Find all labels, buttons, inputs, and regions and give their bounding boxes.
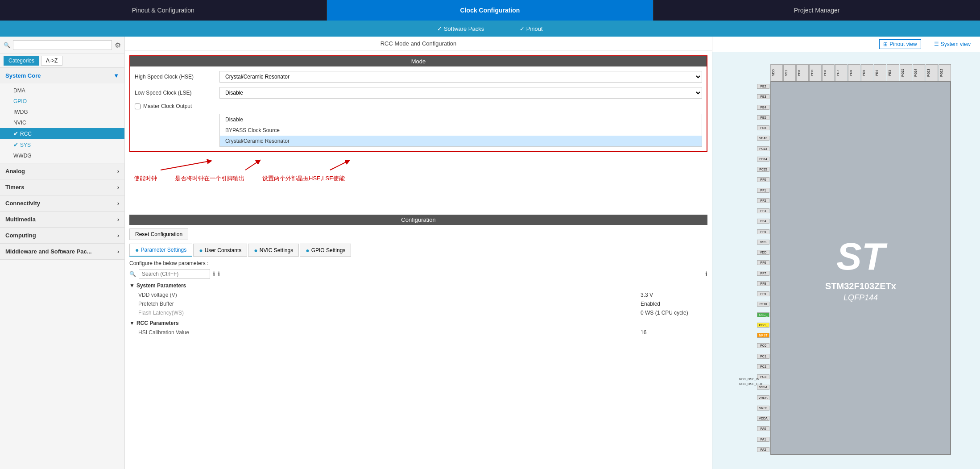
chevron-icon: ▼ [129, 282, 135, 289]
subnav-software-packs[interactable]: ✓ Software Packs [437, 25, 484, 32]
pin-pa2[interactable]: PA2 [757, 447, 769, 452]
pin-pf6[interactable]: PF6 [757, 260, 769, 265]
pin-rcc-osc-out[interactable]: OSC_ [757, 323, 769, 328]
section-header-timers[interactable]: Timers › [0, 179, 124, 195]
section-header-computing[interactable]: Computing › [0, 228, 124, 243]
dropdown-item-crystal[interactable]: Crystal/Ceramic Resonator [220, 136, 702, 146]
section-computing: Computing › [0, 228, 124, 244]
section-header-system-core[interactable]: System Core ▼ [0, 68, 124, 83]
section-header-analog[interactable]: Analog › [0, 163, 124, 179]
tab-az[interactable]: A->Z [41, 56, 62, 66]
section-header-multimedia[interactable]: Multimedia › [0, 212, 124, 227]
sidebar-item-nvic[interactable]: NVIC [0, 117, 124, 128]
pin-top-9[interactable]: PB4 [874, 64, 886, 81]
pin-pf1[interactable]: PF1 [757, 188, 769, 193]
pin-pf10[interactable]: PF10 [757, 302, 769, 307]
pin-top-3[interactable]: PE8 [796, 64, 809, 81]
master-clock-label: Master Clock Output [143, 103, 223, 109]
pin-rcc-osc-in[interactable]: OSC_ [757, 312, 769, 317]
section-middleware: Middleware and Software Pac... › [0, 244, 124, 260]
dropdown-item-bypass[interactable]: BYPASS Clock Source [220, 125, 702, 136]
chevron-right-icon-5: › [117, 232, 119, 239]
pin-pc1[interactable]: PC1 [757, 354, 769, 359]
tab-parameter-settings[interactable]: ● Parameter Settings [129, 244, 192, 257]
annotation-enable-clock: 使能时钟 [134, 174, 157, 183]
tab-nvic-settings[interactable]: ● NVIC Settings [248, 244, 299, 257]
pin-vbat[interactable]: VBAT [757, 136, 769, 141]
sidebar-item-iwdg[interactable]: IWDG [0, 107, 124, 117]
nav-pinout-config[interactable]: Pinout & Configuration [0, 0, 327, 21]
subnav-pinout[interactable]: ✓ Pinout [520, 25, 542, 32]
section-header-connectivity[interactable]: Connectivity › [0, 195, 124, 211]
pin-pc13[interactable]: PC13 [757, 146, 769, 151]
sidebar-item-wwdg[interactable]: WWDG [0, 150, 124, 161]
pin-top-14[interactable]: PG12 [939, 64, 951, 81]
pin-pc2[interactable]: PC2 [757, 364, 769, 369]
info-icon-2[interactable]: ℹ [218, 270, 220, 278]
pin-top-8[interactable]: PB5 [861, 64, 873, 81]
pin-top-10[interactable]: PB3 [887, 64, 899, 81]
pin-pe6[interactable]: PE6 [757, 125, 769, 130]
pin-pf2[interactable]: PF2 [757, 198, 769, 203]
pin-top-7[interactable]: PB6 [848, 64, 860, 81]
pin-vss[interactable]: VSS [757, 240, 769, 245]
pin-vref-minus[interactable]: VREF- [757, 395, 769, 400]
pin-pa1[interactable]: PA1 [757, 437, 769, 442]
pin-top-2[interactable]: VS1 [783, 64, 796, 81]
tab-user-constants[interactable]: ● User Constants [193, 244, 247, 257]
pin-top-1[interactable]: VDD [770, 64, 783, 81]
pin-pf8[interactable]: PF8 [757, 281, 769, 286]
pin-vdda[interactable]: VDDA [757, 416, 769, 421]
pin-pf9[interactable]: PF9 [757, 291, 769, 296]
tab-categories[interactable]: Categories [4, 56, 39, 66]
pin-pc14[interactable]: PC14 [757, 157, 769, 162]
gear-icon[interactable]: ⚙ [115, 41, 121, 50]
system-view-btn[interactable]: ☰ System view [930, 39, 975, 49]
tab-gpio-settings[interactable]: ● GPIO Settings [300, 244, 351, 257]
dropdown-item-disable[interactable]: Disable [220, 114, 702, 125]
pin-vref[interactable]: VREF [757, 406, 769, 411]
pin-pc15[interactable]: PC15 [757, 167, 769, 172]
pin-pf3[interactable]: PF3 [757, 208, 769, 213]
sidebar-item-sys[interactable]: ✔ SYS [0, 139, 124, 150]
param-prefetch: Prefetch Buffer Enabled [129, 299, 707, 308]
hse-row: High Speed Clock (HSE) Crystal/Ceramic R… [135, 71, 702, 83]
sidebar-search-bar: 🔍 ⚙ [0, 37, 124, 54]
pin-top-12[interactable]: PG14 [913, 64, 925, 81]
master-clock-checkbox[interactable] [135, 104, 141, 109]
search-input[interactable] [13, 40, 112, 50]
reset-config-button[interactable]: Reset Configuration [129, 228, 188, 240]
lse-select[interactable]: Disable [219, 87, 702, 99]
section-header-middleware[interactable]: Middleware and Software Pac... › [0, 244, 124, 259]
pin-top-5[interactable]: PB8 [822, 64, 835, 81]
sidebar-item-gpio[interactable]: GPIO [0, 96, 124, 107]
nav-clock-config[interactable]: Clock Configuration [327, 0, 654, 21]
param-search-input[interactable] [139, 269, 210, 279]
section-system-core: System Core ▼ DMA GPIO IWDG NVIC ✔ RC [0, 68, 124, 163]
pin-top-11[interactable]: PG15 [900, 64, 912, 81]
pin-nrst[interactable]: NRST [757, 333, 769, 338]
info-icon-3[interactable]: ℹ [705, 270, 707, 278]
pin-pe2[interactable]: PE2 [757, 84, 769, 89]
pin-pf4[interactable]: PF4 [757, 219, 769, 224]
pin-pf5[interactable]: PF5 [757, 229, 769, 234]
pin-top-6[interactable]: PB7 [835, 64, 848, 81]
nav-project-manager[interactable]: Project Manager [653, 0, 980, 21]
pin-vdd-left[interactable]: VDD [757, 250, 769, 255]
pin-pe3[interactable]: PE3 [757, 94, 769, 99]
pin-pa0[interactable]: PA0 [757, 426, 769, 431]
pin-top-4[interactable]: PD0 [809, 64, 822, 81]
annotation-labels: 使能时钟 是否将时钟在一个引脚输出 设置两个外部晶振HSE,LSE使能 [134, 166, 703, 183]
hse-select[interactable]: Crystal/Ceramic Resonator [219, 71, 702, 83]
param-hsi-value: 16 [641, 329, 707, 336]
info-icon-1[interactable]: ℹ [213, 270, 215, 278]
pinout-view-btn[interactable]: ⊞ Pinout view [879, 39, 921, 49]
pin-pf7[interactable]: PF7 [757, 271, 769, 276]
pin-pf0[interactable]: PF0 [757, 177, 769, 182]
sidebar-item-rcc[interactable]: ✔ RCC [0, 128, 124, 139]
sidebar-item-dma[interactable]: DMA [0, 85, 124, 96]
pin-pe5[interactable]: PE5 [757, 115, 769, 120]
pin-pe4[interactable]: PE4 [757, 105, 769, 110]
pin-pc0[interactable]: PC0 [757, 343, 769, 348]
pin-top-13[interactable]: PG13 [926, 64, 938, 81]
